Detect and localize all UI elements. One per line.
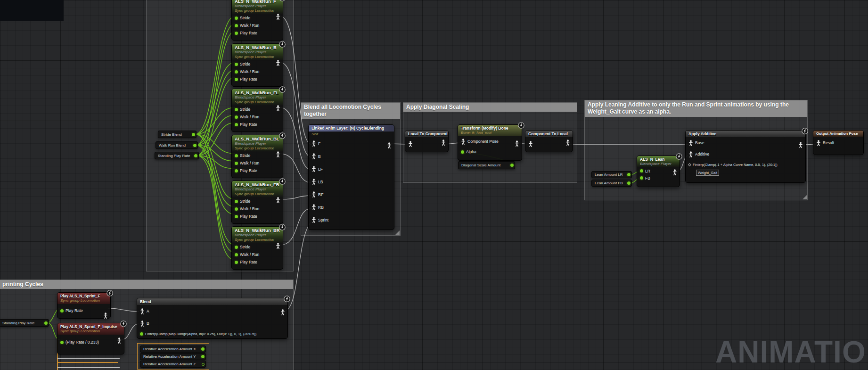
pose-input-person-icon[interactable] — [311, 179, 316, 185]
node-play-als-n-sprint-f[interactable]: Play ALS_N_Sprint_F Sync group Locomotio… — [57, 292, 111, 319]
pose-output-person-icon[interactable] — [565, 140, 570, 146]
input-pin[interactable] — [235, 215, 238, 218]
node-local-to-component[interactable]: Local To Component — [405, 130, 449, 152]
output-pin[interactable] — [510, 164, 514, 167]
pill-standing-play-rate[interactable]: Standing Play Rate — [155, 152, 199, 159]
pose-output-person-icon[interactable] — [515, 140, 519, 147]
pill-relative-acceleration-x[interactable]: Relative Acceleration Amount X — [140, 345, 206, 353]
node-apply-additive[interactable]: Apply Additive Base Additive Finterp(Cla… — [685, 130, 806, 183]
comment-title[interactable]: Apply Diagonal Scaling — [403, 103, 577, 112]
pose-output-person-icon[interactable] — [276, 105, 280, 111]
node-component-to-local[interactable]: Component To Local — [525, 130, 573, 152]
input-pin[interactable] — [235, 63, 238, 66]
comment-title[interactable]: Apply Leaning Additive to only the Run a… — [585, 100, 807, 117]
node-play-als-n-sprint-f-impulse[interactable]: Play ALS_N_Sprint_F_Impulse Sync group L… — [57, 323, 124, 354]
pill-lean-amount-fb[interactable]: Lean Amount FB — [591, 180, 632, 187]
input-pin[interactable] — [235, 24, 238, 27]
input-pin[interactable] — [235, 115, 238, 119]
pose-output-person-icon[interactable] — [276, 151, 280, 157]
node-linked-anim-layer[interactable]: Linked Anim Layer: (N) CycleBlending Sel… — [308, 124, 394, 230]
input-pin[interactable] — [235, 253, 238, 256]
output-pin[interactable] — [193, 144, 197, 147]
pose-output-person-icon[interactable] — [441, 140, 446, 146]
input-pin[interactable] — [640, 169, 643, 173]
input-pin[interactable] — [235, 16, 238, 20]
pose-output-person-icon[interactable] — [276, 197, 280, 203]
output-pin[interactable] — [627, 181, 631, 185]
input-pin[interactable] — [235, 78, 238, 81]
pose-input-person-icon[interactable] — [528, 141, 533, 147]
pose-input-person-icon[interactable] — [311, 166, 316, 172]
input-pin[interactable] — [235, 169, 238, 173]
pose-output-person-icon[interactable] — [276, 14, 280, 20]
input-pin[interactable] — [235, 200, 238, 203]
pose-input-person-icon[interactable] — [311, 204, 316, 210]
alpha-input-pin[interactable] — [688, 163, 691, 166]
node-als-n-lean[interactable]: ALS_N_Lean Blendspace Player LR FB — [637, 156, 680, 187]
comment-title[interactable]: Blend all Locomotion Cycles together — [301, 103, 400, 119]
node-als-n-walkrun-b[interactable]: ALS_N_WalkRun_B Blendspace Player Sync g… — [231, 43, 283, 87]
pose-input-person-icon[interactable] — [140, 308, 145, 314]
output-pin[interactable] — [627, 173, 631, 176]
curve-name-tag[interactable]: Weight_Gait — [696, 170, 719, 176]
output-pin[interactable] — [201, 347, 205, 351]
output-pin[interactable] — [202, 363, 205, 366]
pose-input-person-icon[interactable] — [311, 153, 316, 159]
input-pin[interactable] — [235, 207, 238, 211]
comment-resize-handle[interactable] — [802, 195, 807, 199]
input-pin[interactable] — [235, 32, 238, 35]
pose-input-person-icon[interactable] — [688, 151, 693, 157]
pose-input-person-icon[interactable] — [688, 140, 693, 146]
comment-resize-handle[interactable] — [395, 230, 400, 235]
pill-standing-play-rate-2[interactable]: Standing Play Rate — [0, 319, 49, 327]
node-als-n-walkrun-bl[interactable]: ALS_N_WalkRun_BL Blendspace Player Sync … — [231, 135, 283, 178]
output-pin[interactable] — [192, 133, 195, 136]
pose-output-person-icon[interactable] — [672, 169, 677, 175]
pose-input-person-icon[interactable] — [311, 140, 316, 147]
input-pin[interactable] — [60, 309, 64, 312]
input-pin[interactable] — [461, 150, 464, 154]
input-pin[interactable] — [235, 108, 238, 111]
alpha-input-pin[interactable] — [140, 332, 143, 336]
pill-relative-acceleration-z[interactable]: Relative Acceleration Amount Z — [140, 361, 206, 368]
pose-output-person-icon[interactable] — [276, 243, 280, 249]
pose-output-person-icon[interactable] — [280, 309, 285, 315]
output-pin[interactable] — [194, 154, 197, 157]
input-pin[interactable] — [235, 154, 238, 157]
node-als-n-walkrun-f[interactable]: ALS_N_WalkRun_F Blendspace Player Sync g… — [231, 0, 283, 41]
node-als-n-walkrun-fr[interactable]: ALS_N_WalkRun_FR Blendspace Player Sync … — [231, 181, 283, 224]
pose-output-person-icon[interactable] — [103, 312, 108, 319]
pill-relative-acceleration-y[interactable]: Relative Acceleration Amount Y — [140, 353, 206, 360]
pose-input-person-icon[interactable] — [816, 140, 821, 146]
node-output-animation-pose[interactable]: Output Animation Pose Result — [813, 130, 864, 155]
pose-output-person-icon[interactable] — [387, 142, 392, 148]
pose-output-person-icon[interactable] — [117, 337, 122, 344]
node-als-n-walkrun-br[interactable]: ALS_N_WalkRun_BR Blendspace Player Sync … — [231, 226, 283, 270]
pill-stride-blend[interactable]: Stride Blend — [158, 131, 197, 138]
input-pin[interactable] — [640, 176, 643, 180]
input-pin[interactable] — [235, 246, 238, 249]
node-transform-modify-bone[interactable]: Transform (Modify) Bone Bone: ik_foot_ro… — [458, 124, 522, 161]
pose-input-person-icon[interactable] — [311, 217, 316, 223]
input-pin[interactable] — [235, 70, 238, 74]
node-subtitle: Blendspace Player — [235, 50, 280, 55]
input-pin[interactable] — [235, 123, 238, 126]
comment-title[interactable]: printing Cycles — [0, 280, 293, 289]
node-als-n-walkrun-fl[interactable]: ALS_N_WalkRun_FL Blendspace Player Sync … — [231, 89, 283, 132]
pose-output-person-icon[interactable] — [276, 60, 280, 66]
pill-walk-run-blend[interactable]: Walk Run Blend — [156, 141, 198, 149]
anim-graph-canvas[interactable]: ANIMATION Blend all Locomotion Cycles to… — [0, 0, 868, 370]
output-pin[interactable] — [201, 355, 205, 358]
input-pin[interactable] — [235, 261, 238, 264]
pose-input-person-icon[interactable] — [408, 141, 413, 147]
output-pin[interactable] — [44, 321, 48, 325]
input-pin[interactable] — [235, 162, 238, 165]
pose-input-person-icon[interactable] — [461, 139, 466, 145]
pose-output-person-icon[interactable] — [798, 142, 803, 148]
input-pin[interactable] — [60, 341, 64, 344]
pill-diagonal-scale-amount[interactable]: Diagonal Scale Amount — [458, 161, 515, 169]
pose-input-person-icon[interactable] — [140, 321, 145, 327]
pose-input-person-icon[interactable] — [311, 191, 316, 197]
pill-lean-amount-lr[interactable]: Lean Amount LR — [591, 171, 632, 178]
node-blend[interactable]: Blend A B Finterp(Clamp(Map Range(Alpha,… — [137, 298, 288, 339]
